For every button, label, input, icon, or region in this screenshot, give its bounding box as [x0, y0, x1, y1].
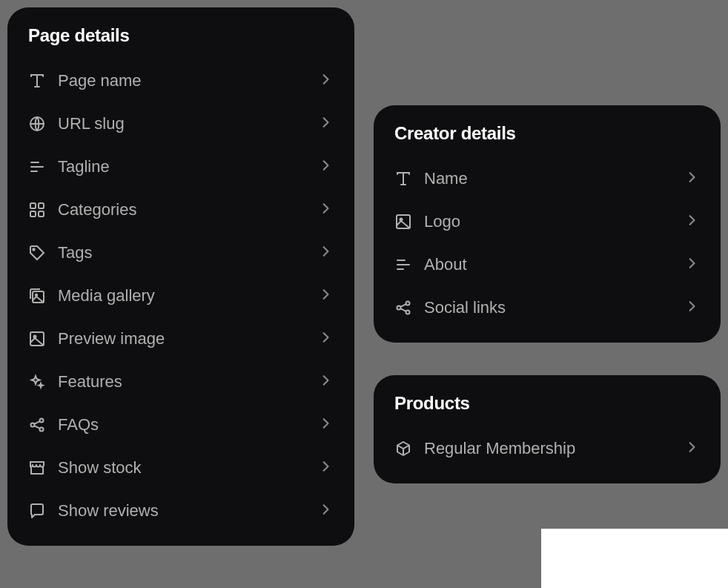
- chevron-right-icon: [319, 459, 334, 477]
- gallery-icon: [28, 287, 46, 305]
- chevron-right-icon: [685, 256, 700, 274]
- creator-details-panel: Creator details Name Logo About Social l…: [374, 105, 721, 343]
- chevron-right-icon: [319, 244, 334, 262]
- menu-item-label: Name: [424, 169, 673, 188]
- menu-item-label: URL slug: [58, 114, 307, 133]
- menu-item-show-reviews[interactable]: Show reviews: [7, 489, 354, 532]
- type-icon: [28, 72, 46, 90]
- image-icon: [28, 330, 46, 348]
- menu-item-label: Show stock: [58, 458, 307, 478]
- menu-item-page-name[interactable]: Page name: [7, 59, 354, 102]
- menu-item-tags[interactable]: Tags: [7, 231, 354, 274]
- menu-item-about[interactable]: About: [374, 243, 721, 286]
- menu-item-categories[interactable]: Categories: [7, 188, 354, 231]
- lines-icon: [394, 256, 412, 274]
- chevron-right-icon: [319, 158, 334, 176]
- menu-item-label: Logo: [424, 212, 673, 231]
- menu-item-faqs[interactable]: FAQs: [7, 403, 354, 446]
- grid-icon: [28, 201, 46, 219]
- menu-item-regular-membership[interactable]: Regular Membership: [374, 427, 721, 470]
- menu-item-social-links[interactable]: Social links: [374, 286, 721, 329]
- tag-icon: [28, 244, 46, 262]
- menu-item-label: Features: [58, 372, 307, 392]
- menu-item-label: Show reviews: [58, 501, 307, 521]
- white-overlay: [541, 529, 728, 588]
- page-details-title: Page details: [7, 25, 354, 59]
- creator-details-title: Creator details: [374, 123, 721, 157]
- menu-item-label: Tags: [58, 243, 307, 262]
- lines-icon: [28, 158, 46, 176]
- chevron-right-icon: [685, 213, 700, 231]
- chevron-right-icon: [685, 170, 700, 188]
- products-title: Products: [374, 393, 721, 427]
- menu-item-label: Regular Membership: [424, 439, 673, 458]
- menu-item-features[interactable]: Features: [7, 360, 354, 403]
- menu-item-label: Media gallery: [58, 286, 307, 305]
- menu-item-label: Social links: [424, 298, 673, 317]
- menu-item-label: Page name: [58, 71, 307, 90]
- type-icon: [394, 170, 412, 188]
- chevron-right-icon: [319, 373, 334, 391]
- cube-icon: [394, 440, 412, 457]
- share-icon: [28, 416, 46, 434]
- chevron-right-icon: [319, 72, 334, 90]
- menu-item-label: FAQs: [58, 415, 307, 435]
- page-details-panel: Page details Page name URL slug Tagline …: [7, 7, 354, 546]
- menu-item-logo[interactable]: Logo: [374, 200, 721, 243]
- menu-item-media-gallery[interactable]: Media gallery: [7, 274, 354, 317]
- image-icon: [394, 213, 412, 231]
- menu-item-name[interactable]: Name: [374, 157, 721, 200]
- chevron-right-icon: [319, 201, 334, 219]
- chevron-right-icon: [685, 440, 700, 457]
- sparkle-icon: [28, 373, 46, 391]
- menu-item-label: Preview image: [58, 329, 307, 348]
- products-panel: Products Regular Membership: [374, 375, 721, 483]
- chevron-right-icon: [319, 330, 334, 348]
- chat-icon: [28, 502, 46, 520]
- menu-item-url-slug[interactable]: URL slug: [7, 102, 354, 145]
- menu-item-tagline[interactable]: Tagline: [7, 145, 354, 188]
- share-icon: [394, 299, 412, 317]
- menu-item-label: About: [424, 255, 673, 274]
- chevron-right-icon: [319, 115, 334, 133]
- storefront-icon: [28, 459, 46, 477]
- menu-item-label: Tagline: [58, 157, 307, 176]
- menu-item-show-stock[interactable]: Show stock: [7, 446, 354, 489]
- menu-item-preview-image[interactable]: Preview image: [7, 317, 354, 360]
- globe-icon: [28, 115, 46, 133]
- chevron-right-icon: [319, 287, 334, 305]
- chevron-right-icon: [319, 416, 334, 434]
- menu-item-label: Categories: [58, 200, 307, 219]
- chevron-right-icon: [685, 299, 700, 317]
- chevron-right-icon: [319, 502, 334, 520]
